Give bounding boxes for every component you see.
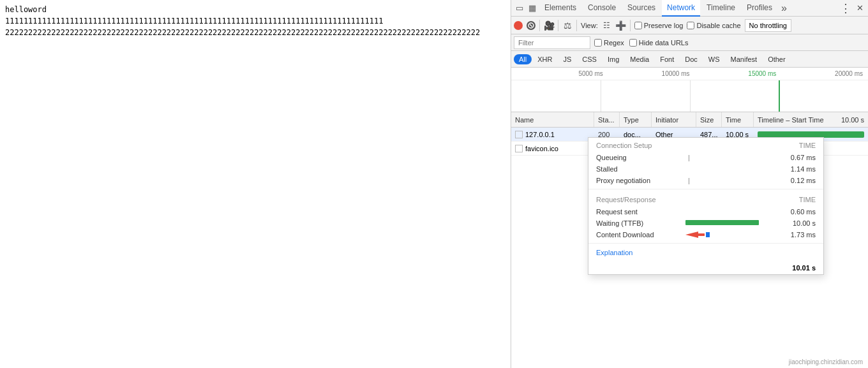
preserve-log-label[interactable]: Preserve log — [634, 22, 684, 29]
filter-tags-row: All XHR JS CSS Img Media Font Doc WS Man… — [511, 51, 868, 68]
network-toolbar: 🎥 ⚖ View: ☷ ➕ Preserve log Disable cache… — [511, 17, 868, 34]
td-name-0: 127.0.0.1 — [511, 128, 594, 141]
arrow-icon — [685, 232, 705, 238]
tab-network[interactable]: Network — [662, 0, 700, 17]
page-line1: helloword — [5, 5, 505, 14]
filter-tag-js[interactable]: JS — [558, 54, 576, 64]
timing-row-content-download: Content Download 1.73 ms — [588, 229, 823, 240]
hide-data-urls-checkbox[interactable] — [629, 39, 637, 47]
filter-tag-manifest[interactable]: Manifest — [726, 54, 763, 64]
tab-profiles[interactable]: Profiles — [742, 0, 777, 17]
filter-tag-xhr[interactable]: XHR — [532, 54, 557, 64]
filter-tag-media[interactable]: Media — [625, 54, 654, 64]
timing-popup: Connection Setup TIME Queueing | 0.67 ms… — [588, 137, 824, 275]
record-button[interactable] — [514, 21, 523, 30]
connection-setup-header: Connection Setup TIME — [588, 138, 823, 152]
timing-row-queueing: Queueing | 0.67 ms — [588, 152, 823, 163]
filter-tag-font[interactable]: Font — [655, 54, 679, 64]
disable-cache-label[interactable]: Disable cache — [687, 22, 740, 29]
devtools-panel: ▭ ▦ Elements Console Sources Network Tim… — [511, 0, 868, 368]
stop-button[interactable] — [527, 21, 535, 30]
timing-separator — [588, 189, 823, 189]
timing-separator2 — [588, 243, 823, 244]
timeline-labels: 5000 ms 10000 ms 15000 ms 20000 ms — [511, 68, 868, 80]
th-initiator[interactable]: Initiator — [652, 112, 696, 127]
camera-icon[interactable]: 🎥 — [544, 20, 554, 31]
filter-tag-css[interactable]: CSS — [577, 54, 602, 64]
th-timeline[interactable]: Timeline – Start Time 10.00 s — [754, 112, 868, 127]
tab-console[interactable]: Console — [583, 0, 621, 17]
hide-data-urls-label[interactable]: Hide data URLs — [629, 39, 689, 47]
tab-overflow-btn[interactable]: » — [779, 0, 789, 17]
toolbar-separator — [539, 20, 540, 31]
timeline-label-5000: 5000 ms — [516, 70, 603, 77]
row-checkbox-1 — [515, 145, 523, 152]
toolbar-separator3 — [576, 20, 577, 31]
disable-cache-checkbox[interactable] — [687, 22, 694, 29]
filter-tag-ws[interactable]: WS — [703, 54, 725, 64]
filter-row: Regex Hide data URLs — [511, 34, 868, 51]
request-response-header: Request/Response TIME — [588, 192, 823, 206]
th-type[interactable]: Type — [620, 112, 652, 127]
svg-marker-2 — [685, 232, 705, 238]
preserve-log-checkbox[interactable] — [634, 22, 642, 29]
grid-view-icon[interactable]: ☷ — [602, 20, 612, 31]
timing-row-waiting: Waiting (TTFB) 10.00 s — [588, 217, 823, 229]
th-size[interactable]: Size — [696, 112, 722, 127]
svg-line-1 — [530, 24, 532, 27]
tab-timeline[interactable]: Timeline — [701, 0, 740, 17]
tab-sources[interactable]: Sources — [622, 0, 661, 17]
toolbar-separator2 — [558, 20, 558, 31]
row-checkbox-0 — [515, 131, 523, 138]
explanation-link[interactable]: Explanation — [596, 249, 633, 256]
close-icon[interactable]: ✕ — [854, 3, 865, 14]
th-name[interactable]: Name — [511, 112, 594, 127]
td-name-1: favicon.ico — [511, 142, 594, 155]
timeline-label-10000: 10000 ms — [603, 70, 690, 77]
page-content: helloword 111111111111111111111111111111… — [0, 0, 511, 368]
filter-icon[interactable]: ⚖ — [562, 20, 572, 31]
cursor-icon[interactable]: ▭ — [514, 3, 525, 14]
view-label: View: — [581, 22, 598, 29]
th-status[interactable]: Sta... — [594, 112, 620, 127]
filter-tag-all[interactable]: All — [514, 54, 532, 64]
timing-row-request-sent: Request sent 0.60 ms — [588, 206, 823, 217]
filter-tag-doc[interactable]: Doc — [680, 54, 703, 64]
timeline-label-15000: 15000 ms — [690, 70, 777, 77]
content-download-bar — [706, 232, 710, 237]
timing-explanation: Explanation — [588, 246, 823, 261]
tab-elements[interactable]: Elements — [539, 0, 581, 17]
no-throttling-button[interactable]: No throttling — [745, 19, 791, 32]
filter-input[interactable] — [514, 36, 590, 49]
table-header: Name Sta... Type Initiator Size Time Tim… — [511, 112, 868, 128]
th-time[interactable]: Time — [722, 112, 754, 127]
filter-tag-other[interactable]: Other — [763, 54, 791, 64]
more-options-icon[interactable]: ⋮ — [840, 3, 851, 14]
timeline-area: 5000 ms 10000 ms 15000 ms 20000 ms — [511, 68, 868, 112]
tab-actions: ⋮ ✕ — [840, 3, 865, 14]
list-view-icon[interactable]: ➕ — [616, 20, 626, 31]
timeline-bars — [511, 80, 868, 112]
page-line2: 1111111111111111111111111111111111111111… — [5, 17, 505, 26]
page-line3: 2222222222222222222222222222222222222222… — [5, 28, 505, 37]
timing-total: 10.01 s — [588, 261, 823, 274]
timing-row-proxy: Proxy negotiation | 0.12 ms — [588, 175, 823, 186]
regex-label[interactable]: Regex — [594, 39, 624, 47]
timeline-bar-0 — [758, 131, 864, 138]
toolbar-separator4 — [630, 20, 631, 31]
timeline-label-20000: 20000 ms — [776, 70, 863, 77]
filter-tag-img[interactable]: Img — [602, 54, 624, 64]
regex-checkbox[interactable] — [594, 39, 602, 47]
watermark: jiaochiping.chinzidian.com — [789, 358, 863, 365]
devtools-tabbar: ▭ ▦ Elements Console Sources Network Tim… — [511, 0, 868, 17]
inspect-icon[interactable]: ▦ — [527, 3, 538, 14]
timing-row-stalled: Stalled 1.14 ms — [588, 163, 823, 175]
